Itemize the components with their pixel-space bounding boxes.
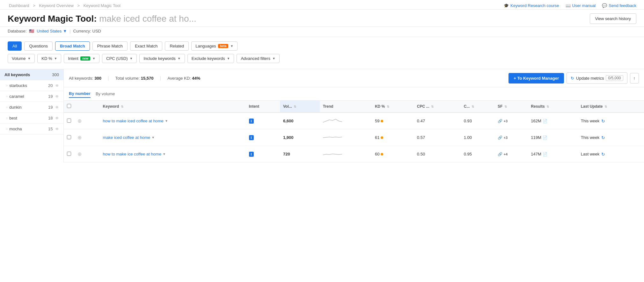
row-checkbox[interactable]: [67, 152, 71, 156]
top-bar: Dashboard > Keyword Overview > Keyword M…: [0, 0, 644, 10]
add-icon[interactable]: ⊕: [77, 118, 82, 124]
keyword-research-course-label: Keyword Research course: [510, 3, 559, 8]
user-manual-link[interactable]: 📖 User manual: [566, 3, 596, 8]
row-checkbox[interactable]: [67, 135, 71, 139]
sidebar-item-mocha[interactable]: › mocha 15 👁: [0, 124, 63, 134]
sidebar-item-count: 20: [48, 83, 53, 88]
dropdown-arrow: ▼: [165, 119, 168, 123]
keyword-link[interactable]: how to make iced coffee at home ▼: [103, 119, 243, 123]
keyword-link[interactable]: how to make ice coffee at home ▼: [103, 152, 243, 156]
sidebar-header-count: 300: [52, 72, 59, 77]
sort-tabs-row: By number By volume: [64, 87, 644, 101]
sidebar-item-count: 19: [48, 94, 53, 99]
th-volume[interactable]: Vol... ⇅: [280, 101, 320, 112]
row-checkbox-cell[interactable]: [64, 112, 74, 129]
sort-icon: ⇅: [294, 105, 296, 108]
row-add-cell[interactable]: ⊕: [74, 112, 100, 129]
kd-filter[interactable]: KD % ▼: [37, 54, 61, 63]
breadcrumb-keyword-magic-tool: Keyword Magic Tool: [84, 3, 121, 8]
sidebar-item-label: caramel: [9, 94, 24, 99]
refresh-icon[interactable]: ↻: [601, 119, 605, 124]
export-button[interactable]: ↑: [630, 73, 639, 83]
sidebar-item-caramel[interactable]: › caramel 19 👁: [0, 91, 63, 102]
sidebar-header[interactable]: All keywords 300: [0, 69, 63, 80]
refresh-icon[interactable]: ↻: [601, 152, 605, 157]
th-checkbox[interactable]: [64, 101, 74, 112]
th-keyword[interactable]: Keyword ⇅: [100, 101, 246, 112]
sidebar-item-best[interactable]: › best 18 👁: [0, 113, 63, 124]
tab-exact-match[interactable]: Exact Match: [130, 41, 163, 51]
eye-icon[interactable]: 👁: [55, 105, 59, 110]
row-keyword-cell: how to make ice coffee at home ▼: [100, 146, 246, 163]
country-selector[interactable]: United States ▼: [37, 29, 67, 33]
row-checkbox-cell[interactable]: [64, 129, 74, 146]
th-last-update[interactable]: Last Update ⇅: [578, 101, 644, 112]
plus-badge: +4: [504, 152, 508, 156]
intent-filter[interactable]: Intent new ▼: [64, 54, 99, 63]
row-checkbox-cell[interactable]: [64, 146, 74, 163]
include-keywords-filter[interactable]: Include keywords ▼: [139, 54, 185, 63]
avg-kd-label: Average KD:: [167, 76, 191, 81]
row-checkbox[interactable]: [67, 119, 71, 123]
row-add-cell[interactable]: ⊕: [74, 146, 100, 163]
th-trend[interactable]: Trend: [320, 101, 372, 112]
update-metrics-button[interactable]: ↻ Update metrics 0/5,000: [567, 72, 627, 84]
cpc-filter[interactable]: CPC (USD) ▼: [102, 54, 137, 63]
row-last-update-cell: Last week ↻: [578, 146, 644, 163]
chevron-down-icon: ▼: [54, 57, 57, 60]
th-cpc[interactable]: CPC ... ⇅: [414, 101, 461, 112]
keyword-link[interactable]: make iced coffee at home ▼: [103, 135, 243, 140]
row-add-cell[interactable]: ⊕: [74, 129, 100, 146]
eye-icon[interactable]: 👁: [55, 83, 59, 88]
breadcrumb-keyword-overview[interactable]: Keyword Overview: [39, 3, 73, 8]
th-intent[interactable]: Intent: [246, 101, 280, 112]
tab-questions[interactable]: Questions: [24, 41, 53, 51]
refresh-icon[interactable]: ↻: [601, 135, 605, 140]
keyword-research-course-link[interactable]: 🎓 Keyword Research course: [504, 3, 559, 8]
sort-tab-by-volume[interactable]: By volume: [96, 90, 115, 98]
database-row: Database: 🇺🇸 United States ▼ | Currency:…: [0, 27, 644, 37]
sidebar-item-label: dunkin: [9, 105, 21, 110]
th-sf[interactable]: SF ⇅: [494, 101, 528, 112]
tab-broad-match[interactable]: Broad Match: [55, 41, 90, 51]
eye-icon[interactable]: 👁: [55, 127, 59, 131]
row-results-cell: 119M 📄: [528, 129, 577, 146]
advanced-filters[interactable]: Advanced filters ▼: [237, 54, 279, 63]
add-icon[interactable]: ⊕: [77, 135, 82, 140]
sort-tab-by-number[interactable]: By number: [69, 90, 91, 98]
row-results-cell: 147M 📄: [528, 146, 577, 163]
tab-phrase-match[interactable]: Phrase Match: [92, 41, 128, 51]
tab-all[interactable]: All: [8, 41, 22, 51]
main-table-area: All keywords: 300 | Total volume: 15,570…: [64, 69, 644, 163]
eye-icon[interactable]: 👁: [55, 116, 59, 120]
eye-icon[interactable]: 👁: [55, 94, 59, 99]
plus-badge: +3: [504, 136, 508, 140]
dropdown-arrow: ▼: [151, 136, 155, 139]
th-results[interactable]: Results ⇅: [528, 101, 577, 112]
add-icon[interactable]: ⊕: [77, 151, 82, 157]
breadcrumb-dashboard[interactable]: Dashboard: [9, 3, 29, 8]
select-all-checkbox[interactable]: [67, 104, 71, 108]
keyword-manager-button[interactable]: + To Keyword Manager: [509, 73, 564, 83]
table-header-row: Keyword ⇅ Intent Vol... ⇅ Trend KD % ⇅ C…: [64, 101, 644, 112]
breadcrumb-sep2: >: [77, 3, 81, 8]
total-volume-stat: Total volume: 15,570: [115, 76, 154, 81]
sidebar-item-dunkin[interactable]: › dunkin 19 👁: [0, 102, 63, 113]
volume-filter[interactable]: Volume ▼: [8, 54, 35, 63]
send-feedback-link[interactable]: 💬 Send feedback: [602, 3, 636, 8]
currency-label: Currency: USD: [73, 29, 101, 33]
tab-related[interactable]: Related: [165, 41, 189, 51]
view-history-button[interactable]: View search history: [590, 13, 636, 24]
chevron-down-icon: ▼: [92, 57, 95, 60]
exclude-keywords-label: Exclude keywords: [192, 56, 225, 61]
link-icon: 🔗: [498, 119, 502, 123]
th-com[interactable]: C... ⇅: [461, 101, 494, 112]
th-kd[interactable]: KD % ⇅: [372, 101, 414, 112]
kd-label: KD %: [41, 56, 52, 61]
separator: |: [70, 29, 70, 33]
row-trend-cell: [320, 146, 372, 163]
exclude-keywords-filter[interactable]: Exclude keywords ▼: [187, 54, 234, 63]
languages-button[interactable]: Languages beta ▼: [191, 41, 238, 51]
link-icon: 🔗: [498, 135, 502, 140]
sidebar-item-starbucks[interactable]: › starbucks 20 👁: [0, 80, 63, 91]
